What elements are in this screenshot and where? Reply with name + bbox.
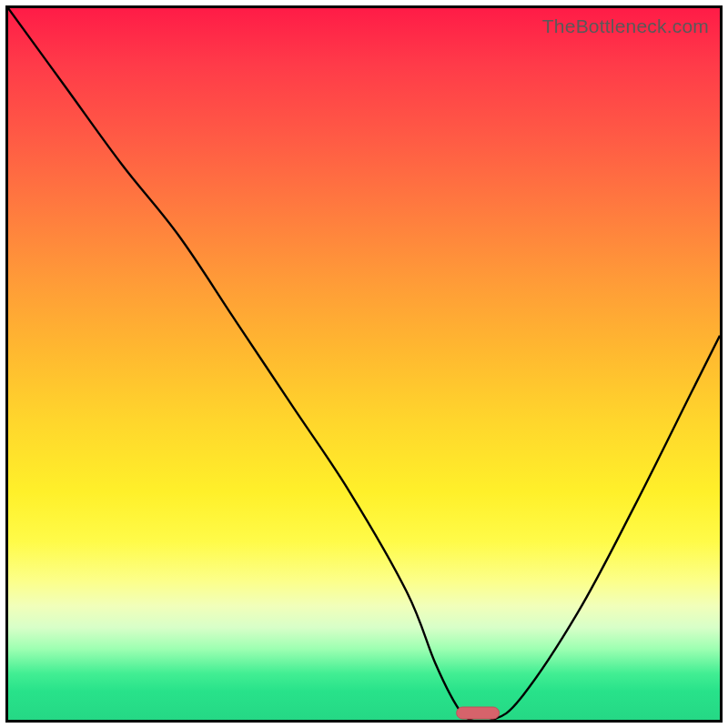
plot-area xyxy=(8,8,720,720)
bottleneck-curve-svg xyxy=(8,8,720,720)
chart-frame: TheBottleneck.com xyxy=(5,5,723,723)
watermark-text: TheBottleneck.com xyxy=(542,15,709,37)
bottleneck-curve xyxy=(8,8,720,720)
optimal-marker xyxy=(457,707,500,719)
